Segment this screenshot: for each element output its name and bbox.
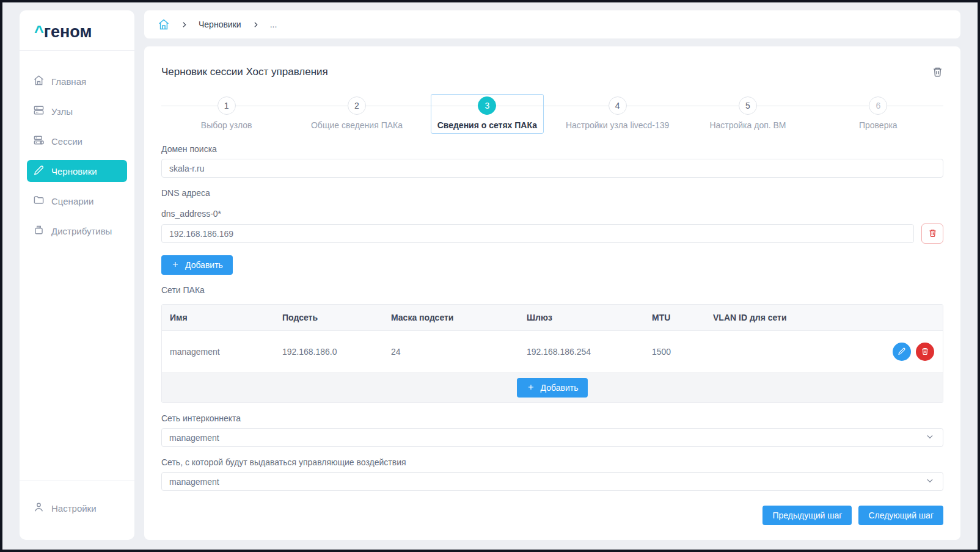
sidebar-item-sessions[interactable]: Сессии bbox=[27, 130, 127, 152]
dns-address-0-input[interactable] bbox=[161, 224, 914, 243]
stepper-step-5[interactable]: 5 Настройка доп. ВМ bbox=[682, 94, 813, 134]
plus-icon bbox=[527, 383, 535, 393]
stepper-step-6[interactable]: 6 Проверка bbox=[813, 94, 943, 134]
cell-gateway: 192.168.186.254 bbox=[527, 347, 652, 357]
column-header-mask: Маска подсети bbox=[391, 313, 527, 322]
home-icon bbox=[33, 74, 45, 88]
column-header-mtu: MTU bbox=[652, 313, 713, 322]
breadcrumb: Черновики ... bbox=[144, 10, 960, 38]
breadcrumb-home-icon[interactable] bbox=[158, 18, 170, 31]
sidebar-item-label: Дистрибутивы bbox=[51, 226, 112, 236]
chevron-right-icon bbox=[252, 21, 260, 29]
sidebar-item-label: Сценарии bbox=[51, 196, 93, 206]
sidebar-item-nodes[interactable]: Узлы bbox=[27, 100, 127, 122]
sidebar-item-label: Настройки bbox=[51, 503, 97, 514]
column-header-gateway: Шлюз bbox=[527, 313, 652, 322]
chevron-right-icon bbox=[180, 21, 188, 29]
page-title: Черновик сессии Хост управления bbox=[161, 66, 328, 78]
app-root: ^геном Главная Узлы Сессии Черновики Сце… bbox=[2, 2, 978, 550]
next-step-button[interactable]: Следующий шаг bbox=[858, 506, 943, 525]
stepper-step-4[interactable]: 4 Настройки узла livecd-139 bbox=[552, 94, 682, 134]
remove-dns-button[interactable] bbox=[921, 223, 943, 244]
trash-icon bbox=[921, 347, 929, 357]
sidebar-item-label: Черновики bbox=[51, 166, 97, 176]
sidebar-item-settings[interactable]: Настройки bbox=[27, 497, 127, 519]
cell-mask: 24 bbox=[391, 347, 527, 357]
stepper-step-1[interactable]: 1 Выбор узлов bbox=[161, 94, 291, 134]
content-column: Черновики ... Черновик сессии Хост управ… bbox=[144, 10, 960, 540]
logo-caret: ^ bbox=[34, 23, 44, 41]
sidebar-item-drafts[interactable]: Черновики bbox=[27, 160, 127, 182]
nodes-icon bbox=[33, 104, 45, 118]
step-number: 3 bbox=[478, 96, 496, 115]
trash-icon bbox=[928, 228, 937, 239]
interconnect-value: management bbox=[169, 433, 219, 443]
column-header-vlan: VLAN ID для сети bbox=[713, 313, 839, 322]
sidebar-item-home[interactable]: Главная bbox=[27, 70, 127, 92]
breadcrumb-item-current: ... bbox=[270, 20, 277, 29]
dns-address-row bbox=[161, 223, 943, 244]
step-label: Настройка доп. ВМ bbox=[709, 120, 786, 130]
cell-name: management bbox=[162, 347, 282, 357]
cell-subnet: 192.168.186.0 bbox=[282, 347, 391, 357]
search-domain-input[interactable] bbox=[161, 159, 943, 178]
sidebar-item-scenarios[interactable]: Сценарии bbox=[27, 190, 127, 212]
sidebar: ^геном Главная Узлы Сессии Черновики Сце… bbox=[20, 10, 134, 540]
add-dns-label: Добавить bbox=[185, 260, 223, 270]
dns-section-label: DNS адреса bbox=[161, 188, 943, 198]
column-header-name: Имя bbox=[162, 313, 282, 322]
edit-network-button[interactable] bbox=[893, 343, 911, 361]
control-network-select[interactable]: management bbox=[161, 472, 943, 491]
stepper-step-2[interactable]: 2 Общие сведения ПАКа bbox=[291, 94, 422, 134]
column-header-subnet: Подсеть bbox=[282, 313, 391, 322]
draft-session-card: Черновик сессии Хост управления 1 Выбор … bbox=[144, 46, 960, 540]
delete-draft-button[interactable] bbox=[932, 66, 943, 79]
step-label: Проверка bbox=[859, 120, 898, 130]
dns-address-0-label: dns_address-0* bbox=[161, 209, 943, 219]
add-network-label: Добавить bbox=[541, 383, 579, 393]
sessions-icon bbox=[33, 134, 45, 148]
interconnect-select[interactable]: management bbox=[161, 428, 943, 447]
sidebar-item-label: Сессии bbox=[51, 136, 82, 147]
app-logo: ^геном bbox=[20, 10, 134, 50]
sidebar-nav: Главная Узлы Сессии Черновики Сценарии Д… bbox=[20, 51, 134, 481]
next-step-label: Следующий шаг bbox=[868, 510, 934, 520]
folder-icon bbox=[33, 194, 45, 208]
interconnect-label: Сеть интерконнекта bbox=[161, 413, 943, 423]
step-number: 5 bbox=[739, 96, 757, 115]
sidebar-bottom: Настройки bbox=[20, 481, 134, 540]
control-network-label: Сеть, с которой будут выдаваться управля… bbox=[161, 457, 943, 467]
add-dns-button[interactable]: Добавить bbox=[161, 255, 233, 275]
wizard-stepper: 1 Выбор узлов 2 Общие сведения ПАКа 3 bbox=[161, 94, 943, 134]
table-header-row: Имя Подсеть Маска подсети Шлюз MTU VLAN … bbox=[162, 305, 943, 330]
add-network-button[interactable]: Добавить bbox=[517, 378, 588, 398]
previous-step-label: Предыдущий шаг bbox=[772, 510, 842, 520]
control-network-value: management bbox=[169, 477, 219, 487]
plus-icon bbox=[171, 260, 180, 271]
sidebar-item-distributives[interactable]: Дистрибутивы bbox=[27, 220, 127, 242]
pencil-icon bbox=[898, 347, 906, 357]
step-label: Сведения о сетях ПАКа bbox=[437, 120, 537, 130]
trash-icon bbox=[932, 70, 943, 79]
chevron-down-icon bbox=[926, 432, 934, 443]
wizard-footer: Предыдущий шаг Следующий шаг bbox=[161, 492, 943, 525]
row-actions bbox=[839, 343, 943, 361]
stepper-step-3-active[interactable]: 3 Сведения о сетях ПАКа bbox=[422, 94, 552, 134]
delete-network-button[interactable] bbox=[916, 343, 934, 361]
step-number: 4 bbox=[609, 96, 627, 115]
step-label: Выбор узлов bbox=[201, 120, 252, 130]
user-icon bbox=[33, 501, 45, 515]
breadcrumb-item-drafts[interactable]: Черновики bbox=[199, 20, 241, 29]
previous-step-button[interactable]: Предыдущий шаг bbox=[762, 506, 852, 525]
pencil-icon bbox=[33, 164, 45, 178]
networks-section-label: Сети ПАКа bbox=[161, 285, 943, 295]
step-number: 2 bbox=[348, 96, 366, 115]
step-number: 6 bbox=[869, 96, 887, 115]
sidebar-item-label: Главная bbox=[51, 76, 86, 87]
search-domain-label: Домен поиска bbox=[161, 144, 943, 154]
flash-drive-icon bbox=[33, 224, 45, 238]
networks-table: Имя Подсеть Маска подсети Шлюз MTU VLAN … bbox=[161, 304, 943, 403]
step-label: Общие сведения ПАКа bbox=[311, 120, 403, 130]
card-header: Черновик сессии Хост управления bbox=[161, 66, 943, 79]
cell-mtu: 1500 bbox=[652, 347, 713, 357]
